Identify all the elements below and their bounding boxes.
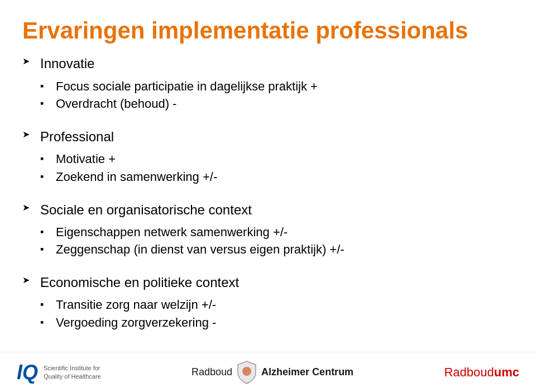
sub-list: Focus sociale participatie in dagelijkse… (40, 78, 514, 113)
level2-text: Transitie zorg naar welzijn +/- (56, 297, 216, 313)
footer-left: IQ Scientific Institute for Quality of H… (17, 362, 101, 383)
list-item: Sociale en organisatorische context (22, 201, 514, 218)
list-item: Zeggenschap (in dienst van versus eigen … (40, 241, 514, 258)
radboudumc-logo: Radboudumc (444, 365, 519, 380)
level1-text: Sociale en organisatorische context (40, 201, 252, 218)
footer: IQ Scientific Institute for Quality of H… (0, 352, 536, 392)
list-item: Overdracht (behoud) - (40, 95, 514, 112)
arrow-icon (22, 129, 35, 140)
list-item: Professional (22, 128, 514, 145)
radboud-text: Radboud (192, 366, 232, 378)
level2-text: Overdracht (behoud) - (56, 95, 176, 112)
bullet-icon (40, 98, 50, 109)
bullet-icon (40, 80, 50, 92)
bullet-icon (40, 317, 50, 328)
level2-text: Motivatie + (56, 151, 116, 168)
sub-list: Transitie zorg naar welzijn +/- Vergoedi… (40, 297, 514, 332)
sub-list: Motivatie + Zoekend in samenwerking +/- (40, 151, 514, 186)
svg-point-0 (242, 367, 251, 376)
arrow-icon (22, 56, 35, 66)
list-item: Eigenschappen netwerk samenwerking +/- (40, 224, 514, 241)
bullet-icon (40, 226, 50, 238)
level2-text: Vergoeding zorgverzekering - (56, 314, 216, 331)
arrow-icon (22, 202, 35, 213)
list-item: Focus sociale participatie in dagelijkse… (40, 78, 514, 95)
radboudumc-text-bold: umc (494, 365, 519, 379)
level2-text: Zeggenschap (in dienst van versus eigen … (56, 241, 344, 258)
list-item: Transitie zorg naar welzijn +/- (40, 297, 514, 313)
list-item: Innovatie (22, 55, 514, 72)
list-item: Vergoeding zorgverzekering - (40, 314, 514, 331)
sub-list: Eigenschappen netwerk samenwerking +/- Z… (40, 224, 514, 259)
level1-text: Innovatie (40, 55, 94, 72)
bullet-icon (40, 243, 50, 255)
level1-text: Professional (40, 128, 114, 145)
iq-logo: IQ (17, 362, 38, 383)
level1-text: Economische en politieke context (40, 274, 239, 291)
arrow-icon (22, 275, 35, 285)
radboud-alzheimer-logo: Radboud Alzheimer Centrum (192, 360, 353, 385)
radboudumc-text-regular: Radboud (444, 365, 494, 379)
level2-text: Zoekend in samenwerking +/- (56, 169, 217, 185)
iq-tagline: Scientific Institute for Quality of Heal… (44, 364, 101, 380)
level2-text: Eigenschappen netwerk samenwerking +/- (56, 224, 288, 241)
bullet-icon (40, 171, 50, 183)
level2-text: Focus sociale participatie in dagelijkse… (56, 78, 318, 95)
bullet-icon (40, 299, 50, 310)
list-item: Motivatie + (40, 151, 514, 168)
content-area: Innovatie Focus sociale participatie in … (22, 55, 514, 347)
slide: Ervaringen implementatie professionals I… (0, 0, 536, 392)
bullet-icon (40, 153, 50, 165)
alzheimer-text: Alzheimer Centrum (261, 366, 353, 378)
slide-title: Ervaringen implementatie professionals (22, 17, 514, 45)
list-item: Economische en politieke context (22, 274, 514, 291)
footer-center: Radboud Alzheimer Centrum (192, 360, 353, 385)
shield-icon (237, 360, 257, 385)
list-item: Zoekend in samenwerking +/- (40, 169, 514, 185)
